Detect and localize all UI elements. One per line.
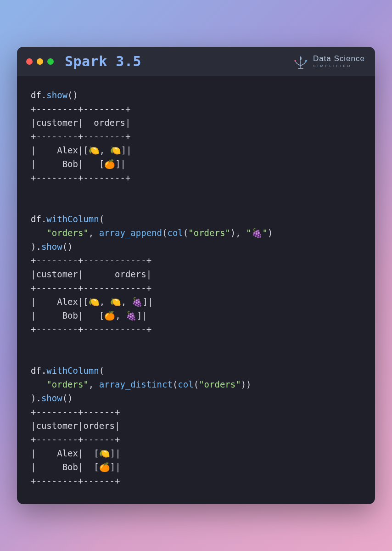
code-text: df. [31, 90, 46, 100]
code-punct: ). [31, 393, 41, 403]
code-punct: ), [230, 228, 246, 238]
table-border: +--------+------+ [31, 434, 120, 444]
tulip-icon [293, 54, 308, 69]
code-punct: ( [194, 379, 199, 389]
code-block: df.show() +--------+--------+ |customer|… [31, 88, 361, 488]
code-text: df. [31, 214, 46, 224]
code-punct: ( [99, 214, 104, 224]
code-method: show [46, 90, 67, 100]
code-func: col [167, 228, 183, 238]
code-punct: () [62, 393, 73, 403]
svg-point-1 [305, 60, 307, 62]
code-method: withColumn [46, 365, 99, 376]
code-string: "orders" [188, 228, 230, 238]
code-func: array_append [99, 228, 162, 238]
table-border: +--------+------------+ [31, 255, 151, 265]
table-row: | Alex|[🍋, 🍋]| [31, 145, 132, 155]
code-string: "orders" [46, 379, 89, 389]
code-window: Spark 3.5 Data Science SIMPLIFIED df.sho… [17, 47, 375, 504]
table-row: | Bob| [🍊]| [31, 159, 126, 169]
table-row: | Bob| [🍊, 🍇]| [31, 310, 147, 320]
brand-line1: Data Science [313, 55, 365, 62]
code-punct: , [89, 228, 99, 238]
brand-text: Data Science SIMPLIFIED [313, 55, 365, 68]
code-content: df.show() +--------+--------+ |customer|… [17, 76, 375, 504]
code-punct: ( [162, 228, 167, 238]
table-row: | Alex|[🍋, 🍋, 🍇]| [31, 297, 153, 307]
table-border: +--------+--------+ [31, 173, 130, 183]
minimize-icon[interactable] [37, 58, 43, 65]
brand-logo: Data Science SIMPLIFIED [293, 54, 365, 69]
table-header: |customer|orders| [31, 421, 120, 431]
table-border: +--------+------+ [31, 407, 120, 417]
code-punct: )) [241, 379, 252, 389]
titlebar: Spark 3.5 Data Science SIMPLIFIED [17, 47, 375, 76]
table-header: |customer| orders| [31, 269, 151, 279]
code-method: show [41, 242, 62, 252]
code-func: col [178, 379, 193, 389]
code-punct: ( [99, 365, 104, 376]
table-row: | Alex| [🍋]| [31, 448, 121, 458]
code-punct: ) [268, 228, 273, 238]
maximize-icon[interactable] [47, 58, 54, 65]
code-punct: ( [173, 379, 178, 389]
table-border: +--------+------+ [31, 476, 120, 486]
code-text: df. [31, 365, 46, 376]
code-punct: () [67, 90, 78, 100]
table-header: |customer| orders| [31, 118, 130, 128]
traffic-lights [26, 58, 54, 65]
indent [31, 379, 46, 389]
code-punct: ( [183, 228, 188, 238]
code-string: "🍇" [246, 228, 268, 238]
code-string: "orders" [46, 228, 89, 238]
indent [31, 228, 46, 238]
table-border: +--------+--------+ [31, 131, 130, 141]
table-row: | Bob| [🍊]| [31, 462, 121, 472]
close-icon[interactable] [26, 58, 33, 65]
code-string: "orders" [199, 379, 241, 389]
code-method: show [41, 393, 62, 403]
svg-point-0 [294, 60, 296, 62]
table-border: +--------+--------+ [31, 104, 130, 114]
code-func: array_distinct [99, 379, 173, 389]
code-punct: , [89, 379, 99, 389]
table-border: +--------+------------+ [31, 283, 151, 293]
window-title: Spark 3.5 [65, 53, 141, 69]
code-punct: ). [31, 242, 41, 252]
code-punct: () [62, 242, 73, 252]
table-border: +--------+------------+ [31, 324, 151, 334]
brand-line2: SIMPLIFIED [313, 64, 365, 68]
code-method: withColumn [46, 214, 99, 224]
